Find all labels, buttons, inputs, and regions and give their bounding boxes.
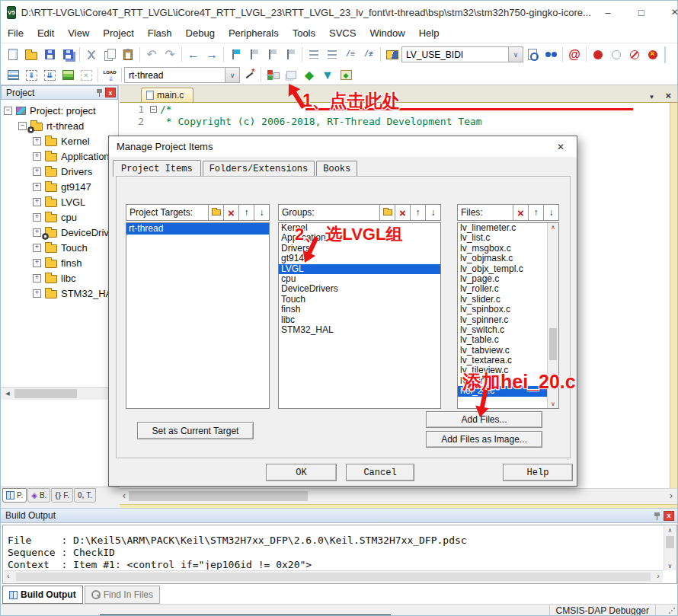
tab-list-dropdown-icon[interactable]	[648, 88, 654, 102]
menu-tools[interactable]: Tools	[286, 25, 322, 41]
file-list-item[interactable]: lv_table.c	[458, 335, 547, 345]
editor-vscrollbar[interactable]	[670, 103, 677, 488]
dialog-close-icon[interactable]	[545, 136, 577, 157]
file-list-item[interactable]: lv_switch.c	[458, 325, 547, 335]
expand-icon[interactable]: +	[33, 183, 41, 191]
move-target-up-button[interactable]	[238, 205, 254, 220]
new-file-button[interactable]	[4, 46, 22, 63]
comment-button[interactable]: /≡	[341, 46, 360, 63]
group-list-item[interactable]: STM32_HAL	[279, 325, 440, 335]
expand-icon[interactable]: +	[33, 244, 41, 252]
close-button[interactable]	[658, 1, 678, 24]
group-list-item[interactable]: DeviceDrivers	[279, 284, 440, 294]
tab-books[interactable]: B.	[27, 488, 50, 503]
tab-functions[interactable]: F.	[51, 488, 73, 503]
breakpoint-kill-all-button[interactable]	[625, 46, 644, 63]
add-files-as-image-button[interactable]: Add Files as Image...	[426, 431, 542, 448]
group-list-item[interactable]: cpu	[279, 274, 440, 284]
breakpoint-toggle-button[interactable]	[589, 46, 607, 63]
build-output-hscrollbar[interactable]	[4, 570, 663, 582]
tree-item-devicedrivers[interactable]: +DeviceDrivers	[1, 225, 118, 240]
tab-templates[interactable]: T.	[74, 488, 96, 503]
file-list-item[interactable]: lv_list.c	[458, 233, 547, 243]
expand-icon[interactable]: +	[33, 137, 41, 145]
open-file-button[interactable]	[22, 46, 40, 63]
dialog-title-bar[interactable]: Manage Project Items	[109, 136, 577, 157]
collapse-icon[interactable]: −	[18, 122, 27, 130]
pin-icon[interactable]	[654, 511, 661, 521]
cancel-button[interactable]: Cancel	[346, 464, 414, 481]
tree-item-rt-thread[interactable]: −rt-thread	[1, 118, 118, 133]
cut-button[interactable]	[82, 46, 101, 63]
save-button[interactable]	[40, 46, 59, 63]
search-symbol-button[interactable]	[565, 46, 584, 63]
minimize-button[interactable]	[591, 1, 625, 24]
file-extensions-button[interactable]	[282, 67, 300, 84]
menu-flash[interactable]: Flash	[141, 25, 179, 41]
close-document-icon[interactable]	[665, 90, 671, 101]
translate-button[interactable]	[4, 67, 22, 84]
scrollbar-thumb[interactable]	[129, 491, 308, 501]
expand-icon[interactable]: +	[33, 274, 41, 282]
tree-item-drivers[interactable]: +Drivers	[1, 164, 118, 179]
menu-peripherals[interactable]: Peripherals	[222, 25, 286, 41]
stop-build-button[interactable]: ×	[77, 67, 95, 84]
menu-svcs[interactable]: SVCS	[322, 25, 363, 41]
menu-help[interactable]: Help	[412, 25, 446, 41]
unindent-button[interactable]	[305, 46, 323, 63]
scrollbar-thumb[interactable]	[14, 389, 77, 398]
batch-build-button[interactable]	[59, 67, 77, 84]
expand-icon[interactable]: +	[33, 168, 41, 176]
tree-item-cpu[interactable]: +cpu	[1, 209, 118, 225]
tab-find-in-files[interactable]: Find In Files	[85, 586, 160, 604]
copy-button[interactable]	[101, 46, 119, 63]
scrollbar-thumb[interactable]	[16, 573, 651, 581]
configure-words-button[interactable]	[383, 46, 401, 63]
download-button[interactable]: LOAD↓↓	[101, 67, 119, 84]
file-list-item[interactable]: lv_spinner.c	[458, 315, 547, 325]
scroll-up-icon[interactable]	[664, 527, 676, 534]
expand-icon[interactable]: +	[33, 228, 41, 237]
build-output-content[interactable]: File : D:\Keil5\ARM\PACK\Keil\STM32H7xx_…	[2, 525, 677, 584]
scroll-right-icon[interactable]	[670, 490, 673, 501]
new-target-button[interactable]	[208, 205, 223, 220]
tree-item-finsh[interactable]: +finsh	[1, 255, 118, 270]
menu-window[interactable]: Window	[363, 25, 411, 41]
find-in-files-button[interactable]	[523, 46, 542, 63]
file-list-item[interactable]: lv_linemeter.c	[458, 223, 547, 233]
bookmark-next-button[interactable]	[263, 46, 281, 63]
navigate-back-button[interactable]	[184, 46, 203, 63]
scrollbar-thumb[interactable]	[666, 536, 674, 548]
scroll-up-icon[interactable]	[548, 224, 558, 231]
paste-button[interactable]	[119, 46, 137, 63]
fold-collapse-icon[interactable]: −	[150, 106, 157, 113]
tree-item-libc[interactable]: +libc	[1, 270, 118, 286]
target-list-item[interactable]: rt-thread	[126, 223, 269, 235]
menu-debug[interactable]: Debug	[179, 25, 222, 41]
build-button[interactable]: ⇓	[22, 67, 40, 84]
breakpoint-disable-all-button[interactable]	[644, 46, 662, 63]
move-group-up-button[interactable]	[410, 205, 425, 220]
tree-item-kernel[interactable]: +Kernel	[1, 133, 118, 148]
tab-books[interactable]: Books	[316, 161, 357, 176]
expand-icon[interactable]: +	[33, 152, 41, 161]
file-list-item[interactable]: lv_slider.c	[458, 295, 547, 305]
tab-project-items[interactable]: Project Items	[113, 160, 201, 177]
panel-close-icon[interactable]: x	[105, 88, 116, 97]
file-list-item[interactable]: lv_msgbox.c	[458, 244, 547, 254]
scroll-down-icon[interactable]	[664, 563, 676, 570]
tree-item-touch[interactable]: +Touch	[1, 240, 118, 255]
expand-icon[interactable]: +	[33, 198, 41, 206]
scroll-left-icon[interactable]	[123, 490, 126, 501]
chevron-down-icon[interactable]	[225, 68, 239, 82]
scroll-left-icon[interactable]	[2, 388, 13, 399]
tree-item-project-project[interactable]: −Project: project	[1, 103, 118, 118]
group-list-item[interactable]: finsh	[279, 305, 440, 314]
tree-item-stm32-hal[interactable]: +STM32_HAL	[1, 286, 118, 301]
set-current-target-button[interactable]: Set as Current Target	[137, 422, 254, 439]
tree-item-lvgl[interactable]: +LVGL	[1, 194, 118, 209]
delete-group-button[interactable]	[395, 205, 410, 220]
editor-hscrollbar[interactable]	[120, 488, 677, 504]
incremental-find-button[interactable]	[542, 46, 560, 63]
tab-build-output[interactable]: Build Output	[2, 586, 83, 604]
